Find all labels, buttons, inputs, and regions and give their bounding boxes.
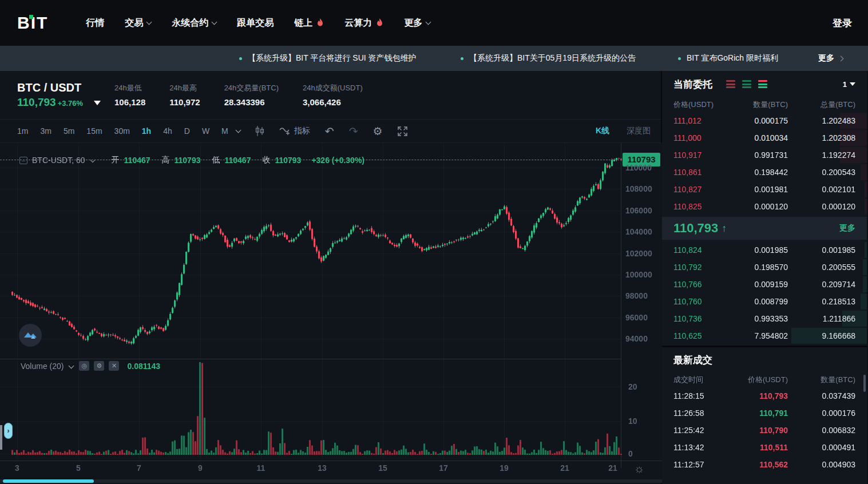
ask-row[interactable]: 111,0000.0100341.202308 xyxy=(662,129,867,146)
orderbook-title: 当前委托 xyxy=(673,78,712,91)
nav-item-交易[interactable]: 交易 xyxy=(125,17,151,29)
nav-item-label: 交易 xyxy=(125,17,143,29)
nav-item-行情[interactable]: 行情 xyxy=(86,17,104,29)
total-cell: 0.002101 xyxy=(788,185,855,194)
volume-axis-label-10: 10 xyxy=(628,416,637,426)
nav-item-label: 永续合约 xyxy=(172,17,208,29)
candlestick-canvas[interactable] xyxy=(0,143,662,483)
orderbook-view-bids-icon[interactable] xyxy=(742,80,751,88)
volume-caret-icon[interactable] xyxy=(69,363,74,369)
chart-settings-button[interactable]: ⚙ xyxy=(373,125,383,138)
announcement-more-link[interactable]: 更多 xyxy=(818,46,843,71)
ask-row[interactable]: 110,8270.0019810.002101 xyxy=(662,181,867,198)
ask-row[interactable]: 110,8250.0001200.000120 xyxy=(662,198,867,215)
timeframe-W[interactable]: W xyxy=(202,126,209,136)
volume-label[interactable]: Volume (20) xyxy=(21,362,64,371)
left-scrollbar-thumb[interactable] xyxy=(0,425,2,450)
trade-row[interactable]: 11:28:15110,7930.037439 xyxy=(662,387,867,404)
close-value: 110793 xyxy=(275,156,301,165)
timeframe-4h[interactable]: 4h xyxy=(163,126,172,136)
timeframe-M[interactable]: M xyxy=(221,126,228,136)
legend-caret-icon[interactable] xyxy=(90,158,94,162)
chevron-down-icon xyxy=(146,19,152,25)
flame-icon xyxy=(376,18,383,27)
login-button[interactable]: 登录 xyxy=(833,17,852,30)
total-cell: 9.166668 xyxy=(788,331,855,340)
qty-cell: 0.198442 xyxy=(728,168,788,177)
trades-scrollbar-thumb[interactable] xyxy=(863,375,866,392)
pair-dropdown-caret-icon[interactable] xyxy=(94,101,101,105)
tab-kline[interactable]: K线 xyxy=(596,126,609,136)
precision-dropdown[interactable]: 1 xyxy=(843,80,855,89)
panel-expander-button[interactable]: › xyxy=(4,423,13,439)
stat-value: 3,066,426 xyxy=(303,97,363,107)
bullet-icon xyxy=(461,57,463,60)
kline-chart[interactable]: – BTC-USDT, 60 开110467 高110793 低110467 收… xyxy=(0,143,662,483)
bid-row[interactable]: 110,6257.9548029.166668 xyxy=(662,327,867,344)
bid-row[interactable]: 110,7660.0091590.209714 xyxy=(662,276,867,293)
bid-row[interactable]: 110,8240.0019850.001985 xyxy=(662,241,867,259)
announcement-item-2[interactable]: 【系统升级】BIT关于05月19日系统升级的公告 xyxy=(461,46,636,71)
volume-value: 0.081143 xyxy=(127,362,160,371)
orderbook-view-asks-icon[interactable] xyxy=(726,80,735,88)
nav-item-永续合约[interactable]: 永续合约 xyxy=(172,17,216,29)
price-cell: 110,760 xyxy=(673,297,728,306)
chart-hscrollbar-track[interactable] xyxy=(0,479,662,483)
chart-provider-logo[interactable] xyxy=(19,324,42,347)
nav-item-更多[interactable]: 更多 xyxy=(404,17,430,29)
candle-style-button[interactable] xyxy=(255,126,264,136)
timeframe-D[interactable]: D xyxy=(184,126,190,136)
volume-visibility-button[interactable]: ◎ xyxy=(79,361,89,371)
announcement-item-1[interactable]: 【系统升级】BIT 平台将进行 SUI 资产钱包维护 xyxy=(239,46,417,71)
bid-row[interactable]: 110,7920.1985700.200555 xyxy=(662,259,867,276)
candlestick-icon xyxy=(255,126,264,136)
timeframe-1h[interactable]: 1h xyxy=(142,126,151,136)
ask-row[interactable]: 110,9170.9917311.192274 xyxy=(662,146,867,164)
stat-24h最低: 24h最低106,128 xyxy=(114,83,145,107)
trade-row[interactable]: 11:13:42110,5110.000491 xyxy=(662,439,867,456)
legend-collapse-icon[interactable]: – xyxy=(19,157,27,164)
trade-row[interactable]: 11:26:58110,7910.000176 xyxy=(662,404,867,422)
orderbook-more-link[interactable]: 更多 xyxy=(839,223,855,233)
x-axis-label: 17 xyxy=(439,463,448,473)
nav-item-跟单交易[interactable]: 跟单交易 xyxy=(237,17,274,29)
redo-button[interactable]: ↷ xyxy=(349,125,358,138)
ask-row[interactable]: 110,8610.1984420.200543 xyxy=(662,164,867,181)
total-cell: 0.200543 xyxy=(788,168,855,177)
qty-cell: 0.010034 xyxy=(728,133,788,142)
bid-row[interactable]: 110,7360.9933531.211866 xyxy=(662,310,867,327)
time-axis-sun-icon[interactable]: ☼ xyxy=(634,462,644,475)
nav-item-链上[interactable]: 链上 xyxy=(294,17,324,29)
bid-row[interactable]: 110,7600.0087990.218513 xyxy=(662,293,867,310)
chart-hscrollbar-thumb[interactable] xyxy=(3,479,94,483)
tab-depth-chart[interactable]: 深度图 xyxy=(627,126,651,136)
redo-icon: ↷ xyxy=(349,125,358,138)
nav-item-label: 行情 xyxy=(86,17,104,29)
fullscreen-button[interactable] xyxy=(398,126,407,136)
timeframe-selector: 1m3m5m15m30m1h4hDWM xyxy=(17,126,228,136)
trade-row[interactable]: 11:12:57110,5620.004903 xyxy=(662,456,867,473)
ask-row[interactable]: 111,0120.0001751.202483 xyxy=(662,112,867,129)
y-axis-label-100000: 100000 xyxy=(625,270,652,279)
timeframe-more-caret-icon[interactable] xyxy=(235,127,241,133)
timeframe-3m[interactable]: 3m xyxy=(40,126,51,136)
gear-icon: ⚙ xyxy=(373,125,383,138)
y-axis-label-104000: 104000 xyxy=(625,227,652,236)
depth-bar xyxy=(863,276,867,292)
legend-symbol[interactable]: BTC-USDT, 60 xyxy=(32,156,85,165)
undo-button[interactable]: ↶ xyxy=(325,125,334,138)
orderbook-view-split-icon[interactable] xyxy=(758,80,767,88)
trade-row[interactable]: 11:25:42110,7900.006832 xyxy=(662,422,867,439)
timeframe-30m[interactable]: 30m xyxy=(114,126,130,136)
bit-logo[interactable]: BIT xyxy=(17,13,48,33)
high-label: 高 xyxy=(162,155,170,165)
orderbook-col-价格(USDT): 价格(USDT) xyxy=(673,100,728,110)
timeframe-1m[interactable]: 1m xyxy=(17,126,28,136)
timeframe-15m[interactable]: 15m xyxy=(86,126,102,136)
timeframe-5m[interactable]: 5m xyxy=(64,126,74,136)
indicator-button[interactable]: 指标 xyxy=(279,126,310,136)
announcement-item-3[interactable]: BIT 宣布GoRich 限时福利 xyxy=(678,46,778,71)
nav-item-云算力[interactable]: 云算力 xyxy=(344,17,383,29)
volume-close-button[interactable]: ✕ xyxy=(109,361,119,371)
volume-settings-button[interactable]: ⚙ xyxy=(94,361,104,371)
